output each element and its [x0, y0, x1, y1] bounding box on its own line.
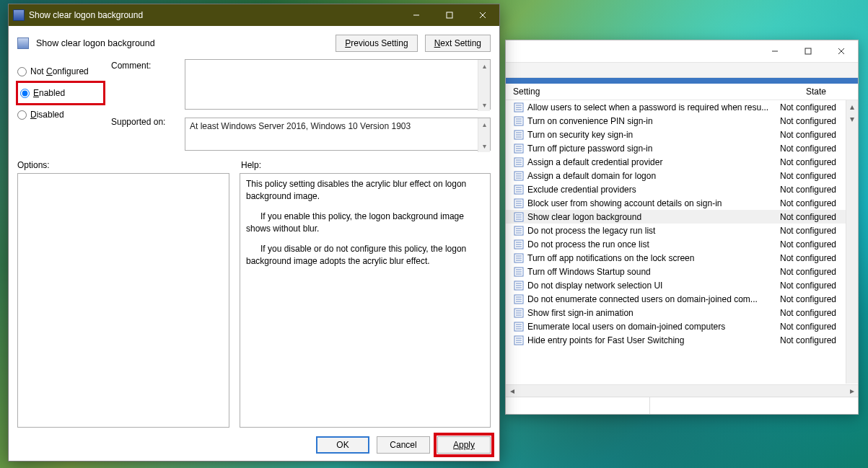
policy-item-name: Block user from showing account details …: [527, 198, 780, 208]
radio-enabled[interactable]: Enabled: [17, 82, 104, 104]
policy-item-name: Turn off Windows Startup sound: [527, 267, 780, 277]
policy-item-icon: [513, 116, 525, 126]
policy-item-name: Turn off picture password sign-in: [527, 144, 780, 154]
policy-row[interactable]: Allow users to select when a password is…: [506, 100, 858, 114]
ok-button[interactable]: OK: [316, 436, 369, 454]
comment-scrollbar[interactable]: ▴▾: [478, 60, 490, 111]
apply-button[interactable]: Apply: [437, 436, 491, 454]
options-label: Options:: [17, 160, 234, 170]
policy-item-state: Not configured: [780, 102, 852, 112]
dialog-maximize-button[interactable]: [433, 4, 466, 26]
policy-item-icon: [513, 253, 525, 263]
scroll-down-icon: ▾: [478, 99, 490, 111]
policy-item-icon: [513, 335, 525, 345]
dialog-titlebar[interactable]: Show clear logon background: [9, 4, 499, 26]
scroll-up-icon[interactable]: ▴: [846, 100, 858, 112]
apply-highlight: Apply: [437, 436, 491, 454]
scroll-thumb[interactable]: [518, 385, 846, 397]
policy-item-state: Not configured: [780, 116, 852, 126]
previous-setting-button[interactable]: Previous Setting: [336, 35, 417, 52]
next-setting-button[interactable]: Next Setting: [425, 35, 491, 52]
radio-not-configured-input[interactable]: [17, 67, 27, 76]
radio-disabled[interactable]: Disabled: [17, 104, 104, 125]
policy-item-icon: [513, 308, 525, 318]
radio-not-configured[interactable]: Not Configured: [17, 61, 104, 82]
footer-tab[interactable]: [506, 397, 650, 414]
policy-row[interactable]: Enumerate local users on domain-joined c…: [506, 319, 858, 333]
column-setting[interactable]: Setting: [513, 87, 780, 97]
policy-item-state: Not configured: [780, 171, 852, 181]
policy-row[interactable]: Do not display network selection UINot c…: [506, 278, 858, 292]
options-panel: [17, 173, 229, 428]
policy-titlebar[interactable]: [506, 40, 858, 62]
policy-row[interactable]: Assign a default credential providerNot …: [506, 155, 858, 169]
dialog-title: Show clear logon background: [29, 10, 400, 20]
policy-item-state: Not configured: [780, 239, 852, 250]
policy-item-state: Not configured: [780, 308, 852, 318]
policy-row[interactable]: Show clear logon backgroundNot configure…: [506, 210, 858, 224]
policy-item-state: Not configured: [780, 322, 852, 332]
policy-item-state: Not configured: [780, 144, 852, 154]
column-state[interactable]: State: [780, 87, 852, 97]
policy-item-name: Turn on security key sign-in: [527, 130, 780, 140]
policy-row[interactable]: Turn on security key sign-inNot configur…: [506, 128, 858, 141]
help-paragraph: This policy setting disables the acrylic…: [246, 178, 484, 203]
policy-column-header[interactable]: Setting State: [506, 84, 858, 100]
policy-item-name: Do not process the run once list: [527, 239, 780, 250]
policy-row[interactable]: Assign a default domain for logonNot con…: [506, 169, 858, 182]
policy-row[interactable]: Hide entry points for Fast User Switchin…: [506, 333, 858, 347]
dialog-minimize-button[interactable]: [400, 4, 433, 26]
policy-item-name: Do not enumerate connected users on doma…: [527, 294, 780, 304]
state-radio-group: Not Configured Enabled Disabled: [17, 59, 104, 153]
policy-row[interactable]: Do not process the legacy run listNot co…: [506, 224, 858, 237]
close-button[interactable]: [825, 40, 858, 62]
radio-disabled-input[interactable]: [17, 110, 27, 120]
policy-item-name: Turn on convenience PIN sign-in: [527, 116, 780, 126]
policy-row[interactable]: Turn off Windows Startup soundNot config…: [506, 265, 858, 278]
policy-item-state: Not configured: [780, 294, 852, 304]
scroll-down-icon[interactable]: ▾: [846, 112, 858, 125]
policy-item-state: Not configured: [780, 198, 852, 208]
radio-enabled-input[interactable]: [20, 89, 30, 98]
policy-row[interactable]: Exclude credential providersNot configur…: [506, 182, 858, 196]
supported-on-text: [185, 118, 491, 151]
dialog-close-button[interactable]: [466, 4, 499, 26]
policy-row[interactable]: Turn on convenience PIN sign-inNot confi…: [506, 114, 858, 128]
policy-heading-icon: [17, 37, 29, 49]
policy-row[interactable]: Show first sign-in animationNot configur…: [506, 306, 858, 319]
scroll-right-icon[interactable]: ▸: [846, 385, 858, 397]
policy-item-state: Not configured: [780, 185, 852, 195]
policy-list[interactable]: Allow users to select when a password is…: [506, 100, 858, 397]
policy-item-icon: [513, 267, 525, 277]
policy-item-name: Hide entry points for Fast User Switchin…: [527, 335, 780, 345]
help-label: Help:: [241, 160, 261, 170]
policy-item-name: Show first sign-in animation: [527, 308, 780, 318]
supported-scrollbar[interactable]: ▴▾: [478, 118, 490, 152]
policy-row[interactable]: Block user from showing account details …: [506, 196, 858, 210]
policy-row[interactable]: Turn off picture password sign-inNot con…: [506, 141, 858, 155]
scroll-left-icon[interactable]: ◂: [506, 385, 518, 397]
vertical-scrollbar[interactable]: ▴ ▾: [846, 100, 858, 384]
policy-item-state: Not configured: [780, 253, 852, 263]
policy-item-name: Allow users to select when a password is…: [527, 102, 780, 112]
cancel-button[interactable]: Cancel: [377, 436, 430, 454]
horizontal-scrollbar[interactable]: ◂ ▸: [506, 384, 858, 397]
supported-label: Supported on:: [111, 117, 177, 138]
minimize-icon: [413, 12, 420, 19]
policy-item-icon: [513, 239, 525, 250]
policy-item-name: Show clear logon background: [527, 212, 780, 222]
maximize-button[interactable]: [792, 40, 825, 62]
policy-item-name: Exclude credential providers: [527, 185, 780, 195]
minimize-button[interactable]: [758, 40, 792, 62]
policy-item-state: Not configured: [780, 335, 852, 345]
policy-list-window: Setting State Allow users to select when…: [505, 40, 859, 415]
policy-row[interactable]: Turn off app notifications on the lock s…: [506, 251, 858, 265]
comment-textarea[interactable]: [185, 59, 491, 110]
policy-item-state: Not configured: [780, 226, 852, 236]
maximize-icon: [805, 48, 812, 55]
help-panel: This policy setting disables the acrylic…: [240, 173, 491, 428]
policy-row[interactable]: Do not enumerate connected users on doma…: [506, 292, 858, 306]
policy-item-name: Do not process the legacy run list: [527, 226, 780, 236]
policy-item-icon: [513, 144, 525, 154]
policy-row[interactable]: Do not process the run once listNot conf…: [506, 237, 858, 251]
